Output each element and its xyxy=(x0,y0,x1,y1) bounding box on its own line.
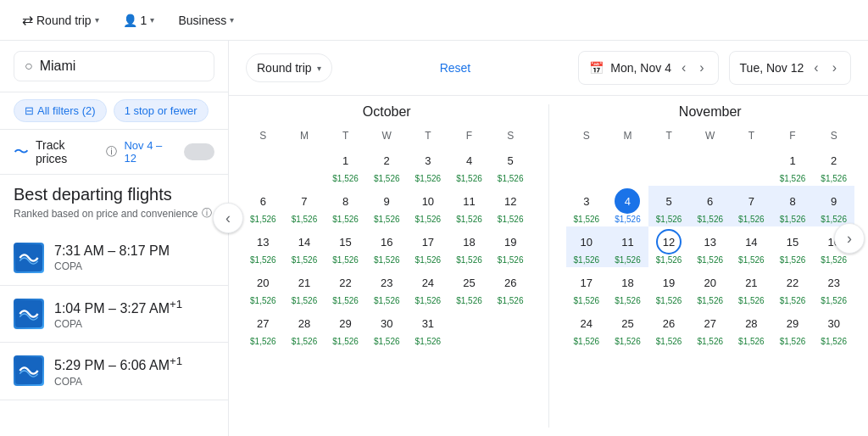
nov-day-26[interactable]: 26$1,526 xyxy=(648,308,690,349)
october-calendar: October S M T W T F S 1$1,526 2$1,526 3$… xyxy=(229,104,545,428)
oct-day-27[interactable]: 27$1,526 xyxy=(242,308,284,349)
november-calendar: November S M T W T F S 1$1,526 xyxy=(553,104,869,428)
oct-day-16[interactable]: 16$1,526 xyxy=(366,226,408,267)
oct-day-26[interactable]: 26$1,526 xyxy=(490,267,531,308)
nov-day-1[interactable]: 1$1,526 xyxy=(772,145,814,186)
calendar-prev-arrow[interactable]: ‹ xyxy=(213,203,243,233)
calendar-header: Round trip ▾ Reset 📅 Mon, Nov 4 ‹ › Tue,… xyxy=(229,41,868,96)
cabin-class-button[interactable]: Business ▾ xyxy=(170,8,242,32)
stops-chip[interactable]: 1 stop or fewer xyxy=(114,99,209,122)
oct-day-11[interactable]: 11$1,526 xyxy=(448,186,490,226)
destination-input[interactable] xyxy=(40,59,203,74)
nov-day-11[interactable]: 11$1,526 xyxy=(607,226,648,267)
nov-day-20[interactable]: 20$1,526 xyxy=(689,267,731,308)
calendar-trip-type-label: Round trip xyxy=(257,61,312,75)
flight-item-2[interactable]: 1:04 PM – 3:27 AM+1 COPA xyxy=(0,286,228,343)
oct-day-17[interactable]: 17$1,526 xyxy=(408,226,449,267)
oct-day-14[interactable]: 14$1,526 xyxy=(284,226,326,267)
nov-day-24[interactable]: 24$1,526 xyxy=(566,308,608,349)
oct-day-18[interactable]: 18$1,526 xyxy=(448,226,490,267)
ranked-info-icon[interactable]: ⓘ xyxy=(202,206,212,221)
oct-empty-1 xyxy=(242,145,284,186)
nov-day-5[interactable]: 5$1,526 xyxy=(648,186,690,226)
oct-day-22[interactable]: 22$1,526 xyxy=(325,267,366,308)
oct-day-31[interactable]: 31$1,526 xyxy=(408,308,449,349)
calendar-trip-type-button[interactable]: Round trip ▾ xyxy=(246,53,332,82)
oct-day-24[interactable]: 24$1,526 xyxy=(408,267,449,308)
date2-prev-button[interactable]: ‹ xyxy=(810,59,821,77)
nov-empty-3 xyxy=(648,145,690,186)
nov-day-17[interactable]: 17$1,526 xyxy=(566,267,608,308)
nov-day-27[interactable]: 27$1,526 xyxy=(689,308,731,349)
passengers-button[interactable]: 👤 1 ▾ xyxy=(114,8,164,32)
oct-day-5[interactable]: 5$1,526 xyxy=(490,145,531,186)
flight-item-3[interactable]: 5:29 PM – 6:06 AM+1 COPA xyxy=(0,343,228,400)
reset-button[interactable]: Reset xyxy=(440,61,471,75)
nov-day-14[interactable]: 14$1,526 xyxy=(731,226,772,267)
nov-day-10[interactable]: 10$1,526 xyxy=(566,226,608,267)
top-bar: ⇄ Round trip ▾ 👤 1 ▾ Business ▾ xyxy=(0,0,868,41)
track-prices-toggle[interactable] xyxy=(184,143,214,160)
oct-day-10[interactable]: 10$1,526 xyxy=(408,186,449,226)
oct-day-23[interactable]: 23$1,526 xyxy=(366,267,408,308)
nov-mon-header: M xyxy=(607,126,648,145)
oct-day-19[interactable]: 19$1,526 xyxy=(490,226,531,267)
oct-day-30[interactable]: 30$1,526 xyxy=(366,308,408,349)
oct-day-2[interactable]: 2$1,526 xyxy=(366,145,408,186)
date1-next-button[interactable]: › xyxy=(696,59,707,77)
flight-item-1[interactable]: 7:31 AM – 8:17 PM COPA xyxy=(0,231,228,286)
all-filters-chip[interactable]: ⊟ All filters (2) xyxy=(14,99,107,122)
nov-day-23[interactable]: 23$1,526 xyxy=(813,267,854,308)
date2-next-button[interactable]: › xyxy=(829,59,840,77)
nov-day-8[interactable]: 8$1,526 xyxy=(772,186,814,226)
nov-day-25[interactable]: 25$1,526 xyxy=(607,308,648,349)
oct-fri-header: F xyxy=(448,126,490,145)
nov-day-22[interactable]: 22$1,526 xyxy=(772,267,814,308)
nov-day-7[interactable]: 7$1,526 xyxy=(731,186,772,226)
nov-day-21[interactable]: 21$1,526 xyxy=(731,267,772,308)
oct-day-13[interactable]: 13$1,526 xyxy=(242,226,284,267)
nov-day-18[interactable]: 18$1,526 xyxy=(607,267,648,308)
oct-sun-header: S xyxy=(242,126,284,145)
oct-day-20[interactable]: 20$1,526 xyxy=(242,267,284,308)
oct-day-15[interactable]: 15$1,526 xyxy=(325,226,366,267)
calendar-next-arrow[interactable]: › xyxy=(834,223,865,254)
search-field[interactable]: ○ xyxy=(14,51,214,81)
oct-day-29[interactable]: 29$1,526 xyxy=(325,308,366,349)
october-title: October xyxy=(242,104,531,120)
oct-day-21[interactable]: 21$1,526 xyxy=(284,267,326,308)
airline-name-1: COPA xyxy=(54,260,214,272)
nov-day-19[interactable]: 19$1,526 xyxy=(648,267,690,308)
nov-day-2[interactable]: 2$1,526 xyxy=(813,145,854,186)
oct-day-9[interactable]: 9$1,526 xyxy=(366,186,408,226)
oct-day-25[interactable]: 25$1,526 xyxy=(448,267,490,308)
oct-day-8[interactable]: 8$1,526 xyxy=(325,186,366,226)
oct-day-1[interactable]: 1$1,526 xyxy=(325,145,366,186)
nov-day-6[interactable]: 6$1,526 xyxy=(689,186,731,226)
flight-info-1: 7:31 AM – 8:17 PM COPA xyxy=(54,243,214,272)
oct-day-12[interactable]: 12$1,526 xyxy=(490,186,531,226)
calendar-icon: 📅 xyxy=(589,61,604,75)
oct-day-3[interactable]: 3$1,526 xyxy=(408,145,449,186)
nov-day-15[interactable]: 15$1,526 xyxy=(772,226,814,267)
nov-day-9[interactable]: 9$1,526 xyxy=(813,186,854,226)
nov-day-30[interactable]: 30$1,526 xyxy=(813,308,854,349)
oct-day-28[interactable]: 28$1,526 xyxy=(284,308,326,349)
person-icon: 👤 xyxy=(123,14,137,27)
oct-day-7[interactable]: 7$1,526 xyxy=(284,186,326,226)
date1-prev-button[interactable]: ‹ xyxy=(678,59,689,77)
filters-bar: ⊟ All filters (2) 1 stop or fewer xyxy=(0,92,228,130)
nov-day-3[interactable]: 3$1,526 xyxy=(566,186,608,226)
oct-day-6[interactable]: 6$1,526 xyxy=(242,186,284,226)
airline-name-3: COPA xyxy=(54,376,214,388)
nov-day-28[interactable]: 28$1,526 xyxy=(731,308,772,349)
oct-day-4[interactable]: 4$1,526 xyxy=(448,145,490,186)
info-icon[interactable]: ⓘ xyxy=(106,144,117,159)
oct-wed-header: W xyxy=(366,126,408,145)
nov-day-13[interactable]: 13$1,526 xyxy=(689,226,731,267)
nov-day-12-selected[interactable]: 12$1,526 xyxy=(648,226,690,267)
nov-day-29[interactable]: 29$1,526 xyxy=(772,308,814,349)
nov-thu-header: T xyxy=(731,126,772,145)
round-trip-button[interactable]: ⇄ Round trip ▾ xyxy=(14,7,108,33)
nov-day-4-selected[interactable]: 4$1,526 xyxy=(607,186,648,226)
